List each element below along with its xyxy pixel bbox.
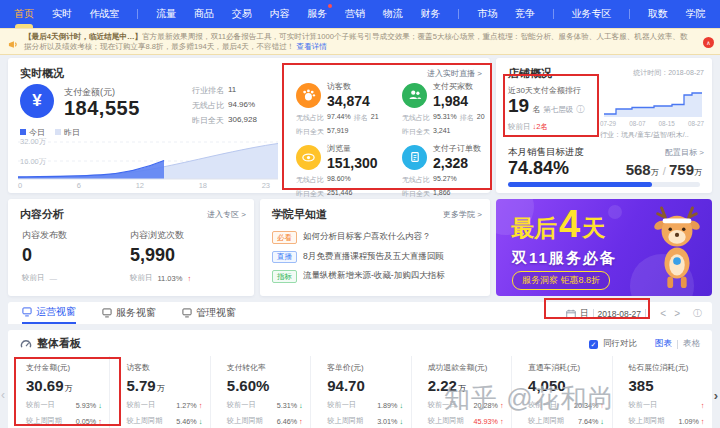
rank-drop: ↓2名 [533,122,548,131]
nav-item-data[interactable]: 取数 [648,0,668,28]
goal-numbers: 568万 / 759万 [626,161,702,178]
peer-compare-label[interactable]: 同行对比 [603,338,637,350]
academy-item[interactable]: 直播8月免费直播课程预告及五大直播回顾 [272,251,482,264]
date-mode[interactable]: 日 [580,308,589,320]
content-publish-metric: 内容发布数 0 较前日— [22,229,67,283]
panel-title: 店铺概况 [508,66,552,81]
content-analysis-panel: 内容分析 进入专区 > 内容发布数 0 较前日— 内容浏览次数 5,990 较前… [8,199,254,296]
metric-meta: 无线占比95.27% [402,175,490,185]
date-next-button[interactable]: > [674,302,680,325]
notice-detail-link[interactable]: 查看详情 [297,42,327,51]
kpi-card-visitors[interactable]: 访客数 5.79万 较前一日1.27%↑ 较上周同期5.46%↓ [110,356,210,428]
metric-name: 访客数 [327,81,370,92]
nav-item-realtime[interactable]: 实时 [52,0,72,28]
kpi-card-conversion[interactable]: 支付转化率 5.60% 较前一日5.31%↓ 较上周同期6.46%↑ [211,356,311,428]
tab-service-view[interactable]: 服务视窗 [102,302,156,324]
realtime-metric-tiles: 访客数 34,874 无线占比97.44%排名21 昨日全天57,919 支付买… [282,74,490,188]
kpi-card-diamond-spend[interactable]: 钻石展位消耗(元) 385 较前一日↑ 较上周同期1.09%↑ [613,356,712,428]
rank-compare: 较前日 ↓2名 [508,122,548,132]
stat-row: 行业排名11 [192,85,282,96]
toggle-table-view[interactable]: 表格 [683,338,700,350]
toggle-chart-view[interactable]: 图表 [655,338,672,350]
promo-banner[interactable]: 最后4天 双11服务必备 服务洞察 钜惠8.8折 [496,199,712,296]
tag-must-read: 必看 [272,231,297,244]
nav-item-products[interactable]: 商品 [194,0,214,28]
metric-name: 支付买家数 [433,81,473,92]
notice-bar: 【最后4天倒计时，临近结尾中…】官方最新效果周报，双11必备报告工具，可实时计算… [0,28,720,55]
academy-list: 必看如何分析目标客户喜欢什么内容？ 直播8月免费直播课程预告及五大直播回顾 指标… [272,231,482,290]
nav-item-home[interactable]: 首页 [14,0,34,28]
academy-more-link[interactable]: 更多学院 > [443,209,482,220]
board-header: 整体看板 [20,336,81,351]
nav-item-trade[interactable]: 交易 [232,0,252,28]
shop-overview-panel: 店铺概况 统计时间：2018-08-27 近30天支付金额排行 19 名 第七层… [496,58,712,193]
panel-title: 内容分析 [20,207,64,222]
nav-item-competition[interactable]: 竞争 [515,0,535,28]
notice-collapse-icon[interactable]: ∧ [703,37,714,48]
metric-meta: 昨日全天1,866 [402,189,490,199]
metric-tile-pageviews[interactable]: 浏览量 151,300 无线占比98.60% 昨日全天251,446 [282,136,384,188]
stat-time-label: 统计时间：2018-08-27 [633,68,704,78]
megaphone-icon [8,36,19,54]
date-prev-button[interactable]: < [660,302,666,325]
academy-panel: 学院早知道 更多学院 > 必看如何分析目标客户喜欢什么内容？ 直播8月免费直播课… [260,199,490,296]
realtime-area-chart [18,138,278,180]
nav-item-label: 服务 [307,8,327,19]
date-value[interactable]: 2018-08-27 [598,309,641,319]
view-tabs-bar: 运营视窗 服务视窗 管理视窗 日 2018-08-27 < > ⓘ [8,302,712,325]
date-info-icon[interactable]: ⓘ [693,302,702,325]
academy-item[interactable]: 指标流量纵横新增来源-收藏-加购四大指标 [272,270,482,283]
nav-item-traffic[interactable]: 流量 [156,0,176,28]
industry-label: 行业：玩具/童车/益智/积木/.. [600,130,689,140]
peer-compare-checkbox[interactable]: ✓ [589,340,598,349]
dashboard-icon [20,338,32,350]
kpi-card-avg-order[interactable]: 客单价(元) 94.70 较前一日1.89%↓ 较上周同期3.01%↓ [311,356,411,428]
nav-divider [458,9,459,19]
kpi-card-pay-amount[interactable]: 支付金额(元) 30.69万 较前一日5.93%↓ 较上周同期0.05%↑ [8,356,110,428]
nav-item-logistics[interactable]: 物流 [383,0,403,28]
metric-meta: 无线占比98.60% [296,175,384,185]
legend-yesterday: 昨日 [55,127,80,138]
nav-item-bizzone[interactable]: 业务专区 [572,0,612,28]
configure-goal-link[interactable]: 配置目标 > [665,147,704,158]
order-doc-icon [402,145,427,170]
monitor-icon [22,307,32,317]
panel-title: 学院早知道 [272,207,327,222]
pay-amount-value: 184,555 [64,97,140,120]
metric-tile-visitors[interactable]: 访客数 34,874 无线占比97.44%排名21 昨日全天57,919 [282,74,384,126]
nav-item-finance[interactable]: 财务 [421,0,441,28]
tab-management-view[interactable]: 管理视窗 [182,302,236,324]
rank-row: 19 名 第七层级 ⓘ [508,95,584,117]
tab-operations-view[interactable]: 运营视窗 [22,302,76,324]
metric-tile-buyers[interactable]: 支付买家数 1,984 无线占比95.31%排名20 昨日全天3,241 [388,74,490,126]
nav-item-warroom[interactable]: 作战室 [90,0,120,28]
nav-divider [137,9,138,19]
metric-tile-suborders[interactable]: 支付子订单数 2,328 无线占比95.27% 昨日全天1,866 [388,136,490,188]
banner-offer-pill: 服务洞察 钜惠8.8折 [512,271,610,290]
content-zone-link[interactable]: 进入专区 > [207,209,246,220]
nav-item-content[interactable]: 内容 [269,0,289,28]
board-title: 整体看板 [37,336,81,351]
watermark: 知乎 @花和尚 [444,381,615,416]
cards-scroll-left[interactable]: ‹ [1,388,5,402]
nav-item-marketing[interactable]: 营销 [345,0,365,28]
content-views-metric: 内容浏览次数 5,990 较前日11.03%↑ [130,229,191,283]
nav-item-market[interactable]: 市场 [477,0,497,28]
buyers-icon [402,83,427,108]
metric-meta: 昨日全天251,446 [296,189,384,199]
metric-value: 34,874 [327,93,370,109]
rank-trend-chart [602,86,704,118]
cards-scroll-right[interactable]: › [714,388,718,403]
date-picker[interactable]: 日 2018-08-27 [566,302,646,325]
nav-item-service[interactable]: 服务 [307,0,327,28]
metric-value: 2,328 [433,155,481,171]
info-icon[interactable]: ⓘ [576,104,584,115]
tag-live: 直播 [272,251,297,264]
notice-lead: 【最后4天倒计时，临近结尾中…】 [24,32,142,41]
metric-value: 1,984 [433,93,473,109]
metric-meta: 无线占比95.31%排名20 [402,113,490,123]
sycm-dashboard: 首页 实时 作战室 流量 商品 交易 内容 服务 营销 物流 财务 市场 竞争 … [0,0,720,428]
nav-item-academy[interactable]: 学院 [686,0,706,28]
eye-icon [296,145,321,170]
academy-item[interactable]: 必看如何分析目标客户喜欢什么内容？ [272,231,482,244]
